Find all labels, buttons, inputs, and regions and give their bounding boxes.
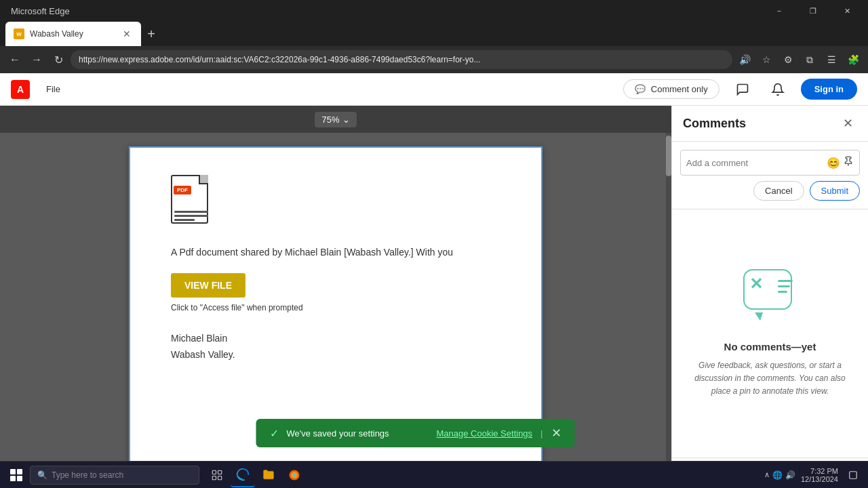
pdf-icon: PDF [171, 175, 514, 229]
new-tab-button[interactable]: + [141, 22, 161, 46]
comments-empty-state: ✕ No comments—yet Give feedback, ask que… [672, 209, 868, 458]
restore-button[interactable]: ❐ [797, 0, 829, 22]
svg-point-8 [293, 473, 296, 476]
address-bar: ← → ↻ https://new.express.adobe.com/id/u… [0, 46, 868, 73]
tab-close-icon[interactable]: ✕ [121, 28, 133, 40]
comment-input-field[interactable] [686, 158, 824, 168]
taskbar-apps [205, 463, 307, 487]
no-comments-description: Give feedback, ask questions, or start a… [686, 359, 854, 399]
firefox-app-icon[interactable] [282, 463, 307, 487]
back-button[interactable]: ← [5, 50, 24, 69]
minimize-button[interactable]: − [764, 0, 795, 22]
svg-rect-9 [850, 471, 857, 479]
taskbar-search-box[interactable]: 🔍 Type here to search [30, 466, 199, 485]
comments-panel: Comments ✕ 😊 Cancel Submit [671, 106, 868, 488]
network-icon: 🌐 [772, 470, 783, 480]
close-comments-button[interactable]: ✕ [838, 114, 857, 133]
taskbar: 🔍 Type here to search [0, 461, 868, 488]
cookie-banner: ✓ We've saved your settings Manage Cooki… [256, 419, 575, 447]
windows-logo-icon [10, 469, 22, 481]
task-view-button[interactable] [205, 463, 229, 487]
zoom-control[interactable]: 75% ⌄ [315, 112, 356, 127]
svg-rect-2 [212, 470, 216, 474]
app-header: A File 💬 Comment only Sign in [0, 73, 868, 106]
pin-icon[interactable] [843, 156, 854, 169]
cookie-close-button[interactable]: ✕ [551, 426, 561, 441]
extensions-icon[interactable]: 🧩 [844, 50, 863, 69]
refresh-button[interactable]: ↻ [49, 50, 68, 69]
zoom-value: 75% [321, 115, 339, 125]
adobe-logo: A [11, 80, 30, 99]
pdf-viewer: 75% ⌄ PDF [0, 106, 671, 488]
notifications-button[interactable] [766, 77, 790, 102]
split-icon[interactable]: ⧉ [800, 50, 819, 69]
x-mark-icon: ✕ [749, 276, 763, 292]
scroll-thumb[interactable] [666, 136, 671, 176]
tab-title: Wabash Valley [30, 29, 115, 39]
cookie-check-icon: ✓ [270, 427, 279, 440]
edge-app-icon[interactable] [231, 463, 255, 487]
forward-button[interactable]: → [27, 50, 46, 69]
file-explorer-app-icon[interactable] [256, 463, 281, 487]
submit-comment-button[interactable]: Submit [810, 181, 860, 201]
author-name: Michael Blain [171, 333, 514, 344]
vertical-scrollbar[interactable] [666, 133, 671, 488]
tray-expand-icon[interactable]: ∧ [764, 470, 770, 479]
taskbar-search-placeholder: Type here to search [52, 470, 123, 480]
svg-rect-5 [218, 476, 222, 479]
emoji-icon[interactable]: 😊 [827, 157, 840, 169]
pdf-description: A Pdf document shared by Michael Blain [… [171, 245, 514, 260]
view-file-button[interactable]: VIEW FILE [171, 273, 245, 298]
pdf-badge: PDF [174, 186, 191, 195]
settings-icon[interactable]: ⚙ [778, 50, 797, 69]
sign-in-button[interactable]: Sign in [801, 79, 857, 100]
click-hint-text: Click to "Access file" when prompted [171, 303, 514, 312]
no-comments-title: No comments—yet [724, 341, 816, 352]
comment-input-box[interactable]: 😊 [680, 150, 860, 176]
address-icons: 🔊 ☆ ⚙ ⧉ ☰ 🧩 [735, 50, 863, 69]
cancel-comment-button[interactable]: Cancel [753, 181, 804, 201]
file-menu[interactable]: File [41, 81, 66, 97]
tab-favicon: W [14, 28, 24, 39]
cookie-divider: | [540, 428, 542, 439]
tab-bar: W Wabash Valley ✕ + [0, 22, 868, 46]
taskbar-right: ∧ 🌐 🔊 7:32 PM 12/13/2024 [764, 466, 863, 485]
comment-only-label: Comment only [651, 84, 708, 94]
active-tab[interactable]: W Wabash Valley ✕ [5, 22, 141, 46]
comments-panel-toggle[interactable] [730, 77, 755, 102]
favorites-icon[interactable]: ☆ [757, 50, 776, 69]
comments-header: Comments ✕ [672, 106, 868, 142]
chevron-down-icon: ⌄ [342, 115, 350, 125]
collections-icon[interactable]: ☰ [822, 50, 841, 69]
system-clock[interactable]: 7:32 PM 12/13/2024 [801, 467, 838, 483]
comment-input-area: 😊 Cancel Submit [672, 142, 868, 209]
title-bar: Microsoft Edge − ❐ ✕ [0, 0, 868, 22]
cookie-message: We've saved your settings [287, 428, 429, 439]
read-aloud-icon[interactable]: 🔊 [735, 50, 754, 69]
system-tray: ∧ 🌐 🔊 [764, 470, 795, 480]
company-name: Wabash Valley. [171, 349, 514, 360]
clock-time: 7:32 PM [801, 467, 838, 475]
close-button[interactable]: ✕ [831, 0, 863, 22]
comment-actions: Cancel Submit [680, 181, 860, 201]
taskbar-search-icon: 🔍 [37, 470, 47, 480]
comment-only-button[interactable]: 💬 Comment only [623, 79, 719, 99]
url-bar[interactable]: https://new.express.adobe.com/id/urn:aai… [71, 50, 732, 69]
pdf-toolbar: 75% ⌄ [0, 106, 671, 133]
title-bar-controls: − ❐ ✕ [764, 0, 863, 22]
clock-date: 12/13/2024 [801, 475, 838, 483]
main-area: 75% ⌄ PDF [0, 106, 868, 488]
svg-rect-3 [218, 470, 222, 474]
notification-button[interactable] [844, 466, 863, 485]
comments-title: Comments [683, 117, 838, 131]
volume-icon: 🔊 [785, 470, 795, 480]
start-button[interactable] [5, 464, 27, 486]
manage-cookie-link[interactable]: Manage Cookie Settings [436, 428, 532, 439]
svg-rect-4 [212, 476, 216, 479]
comment-icon: 💬 [635, 84, 646, 94]
